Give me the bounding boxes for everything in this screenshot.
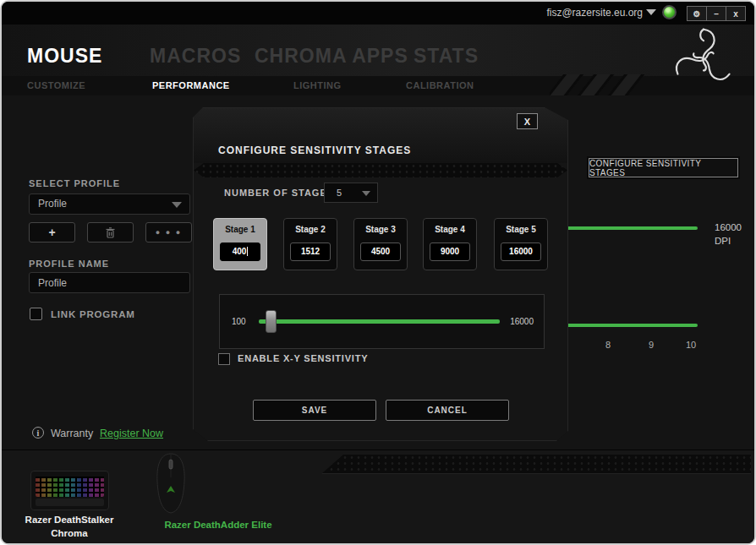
number-of-stages-label: NUMBER OF STAGES [224, 188, 334, 198]
trash-icon [106, 227, 115, 238]
stage-1-value-input[interactable]: 400 [220, 243, 260, 261]
cancel-button[interactable]: CANCEL [386, 400, 509, 421]
profile-name-label: PROFILE NAME [29, 259, 109, 269]
enable-xy-sensitivity-checkbox[interactable] [218, 353, 230, 365]
dpi-value: 16000 [715, 222, 742, 232]
slider-max-label: 16000 [510, 317, 534, 326]
select-profile-label: SELECT PROFILE [29, 178, 120, 188]
stage-3-value-input[interactable]: 4500 [360, 243, 401, 261]
tab-calibration[interactable]: CALIBRATION [406, 80, 474, 90]
sensitivity-slider-track[interactable] [259, 319, 500, 324]
tab-macros[interactable]: MACROS [150, 45, 241, 68]
main-nav: MOUSE MACROS CHROMA APPS STATS [2, 25, 754, 76]
profile-select[interactable]: Profile [29, 193, 190, 215]
dialog-hex-strip-decoration [194, 163, 567, 177]
tab-chroma-apps[interactable]: CHROMA APPS [255, 45, 408, 68]
tray-hex-strip-decoration [321, 455, 751, 474]
number-of-stages-value: 5 [337, 188, 342, 198]
stage-5-label: Stage 5 [495, 225, 547, 234]
keyboard-wrist-rest [36, 499, 104, 506]
add-profile-button[interactable]: + [29, 222, 75, 243]
link-program-label: LINK PROGRAM [51, 309, 135, 319]
acceleration-tick-8: 8 [602, 340, 614, 350]
razer-logo-icon [660, 24, 748, 95]
mouse-scroll-wheel [169, 460, 173, 469]
acceleration-tick-10: 10 [685, 340, 697, 350]
number-of-stages-select[interactable]: 5 [324, 183, 378, 203]
stage-3-box[interactable]: Stage 3 4500 [353, 218, 408, 270]
tab-mouse[interactable]: MOUSE [27, 45, 102, 68]
more-profiles-button[interactable]: ● ● ● [145, 222, 192, 243]
tab-performance[interactable]: PERFORMANCE [152, 80, 230, 90]
register-now-link[interactable]: Register Now [100, 428, 163, 439]
stage-2-value-input[interactable]: 1512 [290, 243, 331, 261]
warranty-label: Warranty [51, 428, 93, 439]
window-controls: ⚙ – x [687, 6, 746, 21]
chevron-down-icon [362, 191, 370, 196]
dialog-title: CONFIGURE SENSITIVITY STAGES [218, 144, 411, 156]
tab-customize[interactable]: CUSTOMIZE [27, 80, 85, 90]
settings-button[interactable]: ⚙ [688, 7, 706, 20]
info-icon: i [32, 427, 44, 439]
device-mouse-image[interactable] [152, 452, 189, 515]
dpi-unit-label: DPI [715, 236, 731, 246]
titlebar: fisz@razersite.eu.org ⚙ – x [2, 2, 754, 25]
diagonal-stripes-decoration [550, 74, 644, 95]
profile-name-input[interactable] [29, 272, 190, 293]
app-window: fisz@razersite.eu.org ⚙ – x MOUSE MACROS… [0, 0, 756, 545]
device-keyboard-image[interactable] [30, 471, 109, 510]
sensitivity-slider-panel: 100 16000 [219, 294, 545, 349]
stage-2-box[interactable]: Stage 2 1512 [283, 218, 337, 270]
slider-min-label: 100 [232, 317, 246, 326]
tab-lighting[interactable]: LIGHTING [293, 80, 342, 90]
acceleration-tick-9: 9 [645, 340, 657, 350]
stage-1-label: Stage 1 [214, 225, 266, 234]
dialog-header: CONFIGURE SENSITIVITY STAGES X [194, 108, 567, 163]
profile-select-value: Profile [38, 198, 67, 210]
stage-3-label: Stage 3 [354, 225, 407, 234]
link-program-checkbox[interactable] [30, 308, 42, 320]
dialog-close-button[interactable]: X [517, 113, 538, 129]
device-tray: Razer DeathStalker Chroma Razer DeathAdd… [2, 450, 754, 545]
configure-sensitivity-stages-button[interactable]: CONFIGURE SENSITIVITY STAGES [589, 158, 738, 177]
account-dropdown-icon[interactable] [646, 9, 656, 15]
configure-sensitivity-stages-dialog: CONFIGURE SENSITIVITY STAGES X NUMBER OF… [193, 107, 568, 441]
stage-4-box[interactable]: Stage 4 9000 [423, 218, 477, 270]
account-email: fisz@razersite.eu.org [546, 7, 643, 19]
device-keyboard-name[interactable]: Razer DeathStalker Chroma [10, 513, 129, 540]
tab-stats[interactable]: STATS [414, 45, 479, 68]
minimize-button[interactable]: – [707, 7, 726, 20]
stage-1-box[interactable]: Stage 1 400 [213, 218, 267, 270]
keyboard-keys [36, 477, 104, 497]
online-status-icon [662, 5, 677, 19]
stage-5-box[interactable]: Stage 5 16000 [494, 218, 548, 270]
enable-xy-sensitivity-label: ENABLE X-Y SENSITIVITY [238, 353, 368, 363]
sensitivity-slider-handle[interactable] [266, 310, 277, 333]
stage-5-value-input[interactable]: 16000 [501, 243, 541, 261]
stage-4-label: Stage 4 [424, 225, 476, 234]
delete-profile-button[interactable] [87, 222, 134, 243]
stage-2-label: Stage 2 [284, 225, 337, 234]
stage-4-value-input[interactable]: 9000 [430, 243, 470, 261]
device-mouse-name[interactable]: Razer DeathAdder Elite [118, 520, 318, 530]
save-button[interactable]: SAVE [253, 400, 376, 421]
close-window-button[interactable]: x [726, 7, 745, 20]
chevron-down-icon [172, 202, 182, 208]
